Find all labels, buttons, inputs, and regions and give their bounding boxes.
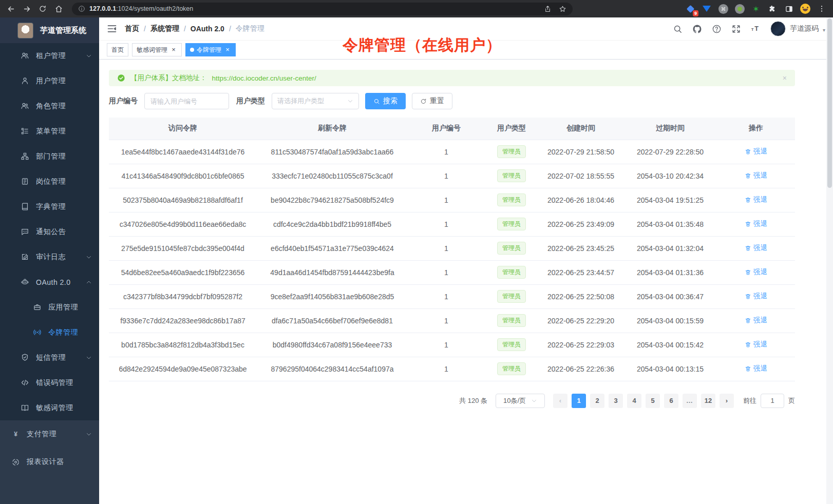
tab-sensitive-words[interactable]: 敏感词管理× — [132, 43, 182, 56]
tab-token-management[interactable]: 令牌管理× — [185, 43, 236, 56]
prev-page-button[interactable]: ‹ — [553, 394, 567, 408]
profile-avatar-icon[interactable] — [800, 4, 810, 14]
extension-diamond-icon[interactable]: 9 — [685, 4, 695, 14]
sidebar-item-dictionary[interactable]: 字典管理 — [0, 194, 99, 219]
bookmark-star-icon[interactable] — [559, 5, 566, 13]
sidebar-item-department[interactable]: 部门管理 — [0, 144, 99, 169]
sidebar-item-role[interactable]: 角色管理 — [0, 93, 99, 119]
extensions-puzzle-icon[interactable] — [767, 4, 778, 14]
page-button[interactable]: 12 — [701, 394, 715, 408]
page-size-select[interactable]: 10条/页 — [496, 394, 545, 408]
sidebar-item-payment[interactable]: 支付管理 — [0, 420, 99, 448]
expire-time-cell: 2054-03-04 01:35:48 — [623, 212, 717, 236]
help-icon[interactable] — [712, 24, 722, 34]
search-button[interactable]: 搜索 — [365, 93, 406, 109]
browser-back-button[interactable] — [6, 4, 15, 13]
user-id-input[interactable] — [144, 93, 229, 109]
page-button[interactable]: 3 — [609, 394, 623, 408]
extension-command-icon[interactable] — [718, 4, 728, 14]
sidebar-item-sensitive-words[interactable]: 敏感词管理 — [0, 395, 99, 420]
sidebar-item-report-designer[interactable]: 报表设计器 — [0, 448, 99, 476]
share-icon[interactable] — [544, 5, 552, 13]
browser-menu-icon[interactable] — [817, 4, 827, 14]
extension-record-icon[interactable] — [734, 4, 745, 14]
extension-star-icon[interactable]: ✶ — [751, 4, 761, 14]
goto-page-input[interactable] — [761, 394, 784, 408]
sidebar-menu: 租户管理 用户管理 角色管理 菜单管理 部门管理 岗位管理 — [0, 43, 99, 420]
force-logout-button[interactable]: 强退 — [745, 292, 767, 301]
table-header-row: 访问令牌 刷新令牌 用户编号 用户类型 创建时间 过期时间 操作 — [109, 118, 795, 140]
force-logout-button[interactable]: 强退 — [745, 195, 767, 204]
force-logout-button[interactable]: 强退 — [745, 267, 767, 277]
sidebar-item-oauth-app[interactable]: 应用管理 — [0, 295, 99, 320]
sidebar-toggle-icon[interactable] — [107, 24, 117, 34]
sidebar-item-token[interactable]: 令牌管理 — [0, 320, 99, 345]
force-logout-label: 强退 — [753, 147, 767, 156]
page-button[interactable]: 5 — [646, 394, 660, 408]
page-button[interactable]: 2 — [590, 394, 604, 408]
force-logout-button[interactable]: 强退 — [745, 147, 767, 156]
sidebar-item-sms[interactable]: 短信管理 — [0, 345, 99, 370]
expire-time-cell: 2054-03-04 01:32:04 — [623, 236, 717, 260]
force-logout-button[interactable]: 强退 — [745, 316, 767, 325]
page-scrollbar[interactable] — [826, 17, 833, 504]
token-table: 访问令牌 刷新令牌 用户编号 用户类型 创建时间 过期时间 操作 — [109, 118, 795, 381]
font-size-icon[interactable] — [751, 24, 761, 34]
alert-close-icon[interactable]: × — [783, 74, 787, 82]
page-button[interactable]: … — [683, 394, 697, 408]
force-logout-button[interactable]: 强退 — [745, 340, 767, 349]
sidebar-item-label: 审计日志 — [36, 253, 79, 262]
goto-unit: 页 — [788, 396, 795, 405]
page-button[interactable]: 6 — [664, 394, 678, 408]
sms-shield-icon — [21, 353, 29, 362]
chevron-down-icon — [86, 53, 92, 59]
breadcrumb-system[interactable]: 系统管理 — [150, 24, 179, 33]
browser-reload-button[interactable] — [38, 4, 47, 13]
sidebar-item-oauth[interactable]: OAuth 2.0 — [0, 269, 99, 295]
next-page-button[interactable]: › — [720, 394, 734, 408]
force-logout-button[interactable]: 强退 — [745, 219, 767, 228]
close-icon[interactable]: × — [224, 46, 231, 53]
table-row: b0d1785bc3a8482f812db4a3f3bd15ec b0df498… — [109, 333, 795, 357]
fullscreen-icon[interactable] — [731, 24, 741, 34]
user-type-cell: 管理员 — [485, 140, 538, 164]
user-type-select[interactable]: 请选择用户类型 — [272, 93, 359, 109]
force-logout-button[interactable]: 强退 — [745, 243, 767, 253]
browser-forward-button[interactable] — [22, 4, 31, 13]
sidebar-item-audit-log[interactable]: 审计日志 — [0, 244, 99, 269]
search-icon[interactable] — [673, 24, 683, 34]
search-button-label: 搜索 — [383, 96, 397, 106]
browser-home-button[interactable] — [54, 4, 63, 13]
user-menu[interactable]: 芋道源码 ▾ — [770, 21, 825, 36]
alert-doc-link[interactable]: https://doc.iocoder.cn/user-center/ — [212, 74, 316, 82]
reset-button[interactable]: 重置 — [412, 93, 452, 109]
sidebar-item-user[interactable]: 用户管理 — [0, 68, 99, 93]
sidebar-item-post[interactable]: 岗位管理 — [0, 169, 99, 194]
address-bar[interactable]: 127.0.0.1:1024/system/oauth2/token — [72, 3, 573, 15]
extension-badge: 9 — [693, 10, 698, 16]
sidebar-item-announcement[interactable]: 通知公告 — [0, 219, 99, 244]
app-logo[interactable]: 芋道管理系统 — [0, 17, 99, 43]
page-button[interactable]: 4 — [627, 394, 641, 408]
sidebar-item-tenant[interactable]: 租户管理 — [0, 43, 99, 68]
github-icon[interactable] — [692, 24, 702, 34]
side-panel-icon[interactable] — [784, 4, 794, 14]
extension-gem-icon[interactable] — [702, 4, 712, 14]
force-logout-button[interactable]: 强退 — [745, 171, 767, 180]
breadcrumb-oauth[interactable]: OAuth 2.0 — [191, 25, 224, 33]
breadcrumb-home[interactable]: 首页 — [125, 24, 139, 33]
sidebar-item-error-code[interactable]: 错误码管理 — [0, 370, 99, 395]
tab-home[interactable]: 首页 — [107, 43, 128, 56]
access-token-cell: 6d842e2924594de9a09e45e087323abe — [109, 357, 257, 381]
sidebar-item-menu[interactable]: 菜单管理 — [0, 119, 99, 144]
scrollbar-thumb[interactable] — [827, 18, 832, 188]
close-icon[interactable]: × — [170, 46, 177, 53]
tab-label: 敏感词管理 — [137, 46, 167, 54]
site-info-icon[interactable] — [78, 5, 85, 12]
sidebar-item-label: 菜单管理 — [36, 127, 92, 136]
force-logout-button[interactable]: 强退 — [745, 364, 767, 373]
audit-log-icon — [21, 253, 29, 261]
page-button[interactable]: 1 — [572, 394, 586, 408]
force-logout-label: 强退 — [753, 171, 767, 180]
user-id-cell: 1 — [408, 333, 485, 357]
